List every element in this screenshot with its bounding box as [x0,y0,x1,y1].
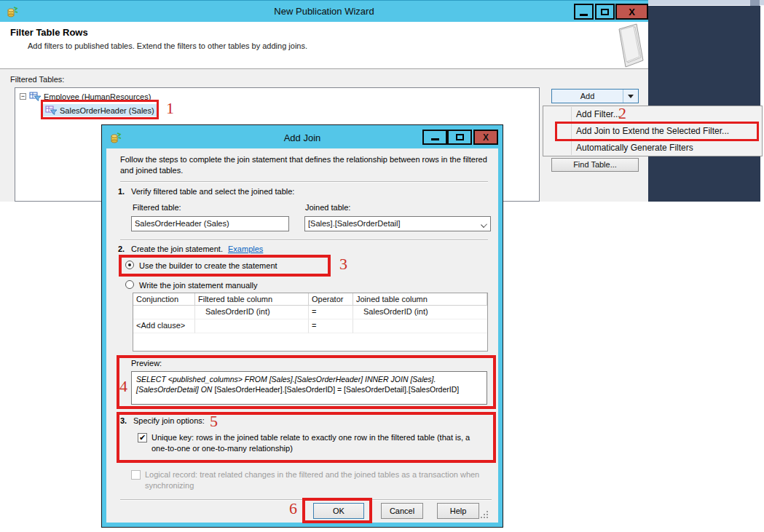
joined-table-select[interactable]: [Sales].[SalesOrderDetail] [304,216,491,231]
grid-row[interactable]: SalesOrderID (int) = SalesOrderID (int) [133,306,487,319]
examples-link[interactable]: Examples [228,245,263,253]
wizard-title: New Publication Wizard [0,1,648,23]
menu-item-auto-generate-filters[interactable]: Automatically Generate Filters [576,140,693,156]
filtered-table-field[interactable]: SalesOrderHeader (Sales) [131,216,289,231]
wizard-header: Filter Table Rows Add filters to publish… [0,22,648,69]
minimize-icon [431,138,439,140]
add-button-label[interactable]: Add [552,92,623,100]
database-sync-icon [109,132,122,144]
step2-number: 2. [118,245,125,253]
background-window-tab [750,0,760,6]
divider [120,239,488,241]
add-join-dialog: Add Join X Follow the steps to complete … [102,125,503,527]
filtered-table-label: Filtered table: [133,203,181,212]
background-window-strip [647,0,764,6]
menu-item-add-filter[interactable]: Add Filter... [576,106,621,123]
grid-header-joined-column: Joined table column [353,293,487,306]
page-subtitle: Add filters to published tables. Extend … [28,41,307,50]
join-clause-grid[interactable]: Conjunction Filtered table column Operat… [133,293,488,352]
resize-grip-icon[interactable] [481,511,488,518]
cancel-button[interactable]: Cancel [381,503,423,519]
tree-item-employee[interactable]: − Employee (HumanResources) [20,91,151,102]
step1-label: Verify filtered table and select the joi… [131,187,294,196]
grid-cell[interactable]: <Add clause> [133,319,195,333]
preview-sql-box: SELECT <published_columns> FROM [Sales].… [131,371,487,405]
preview-sql-plain: [SalesOrderHeader].[SalesOrderID] = [Sal… [214,385,459,394]
notebook-graphic [614,23,646,68]
dialog-titlebar[interactable]: Add Join X [106,130,498,148]
step1-number: 1. [118,187,125,196]
grid-cell[interactable] [195,319,309,333]
preview-label: Preview: [131,359,162,368]
chevron-down-icon[interactable] [481,221,487,228]
filtered-tables-label: Filtered Tables: [10,75,64,84]
grid-cell[interactable]: SalesOrderID (int) [353,306,487,319]
close-icon: X [483,132,489,143]
logical-record-checkbox [131,470,141,480]
grid-header-conjunction: Conjunction [133,293,195,306]
logical-record-label: Logical record: treat related changes in… [145,469,487,491]
divider [120,499,492,501]
desktop-background [647,6,760,202]
joined-table-label: Joined table: [305,203,350,212]
grid-cell[interactable] [353,319,487,333]
maximize-icon [601,9,609,15]
radio-use-builder[interactable] [125,261,134,269]
minimize-button[interactable] [422,130,447,145]
unique-key-checkbox[interactable]: ✔ [138,433,147,442]
dialog-intro-text: Follow the steps to complete the join st… [120,154,488,176]
grid-row[interactable]: <Add clause> = [133,319,487,333]
find-table-button[interactable]: Find Table... [551,158,639,172]
radio-use-builder-label[interactable]: Use the builder to create the statement [139,261,277,270]
tree-item-label[interactable]: Employee (HumanResources) [44,92,151,101]
collapse-minus-icon[interactable]: − [20,93,26,100]
divider [120,181,488,183]
maximize-icon [456,134,464,140]
grid-header-filtered-column: Filtered table column [195,293,309,306]
ok-button[interactable]: OK [313,503,364,519]
selected-tree-item[interactable]: SalesOrderHeader (Sales) [43,104,157,116]
split-divider [623,90,623,103]
wizard-titlebar[interactable]: New Publication Wizard X [0,0,648,22]
grid-header-operator: Operator [309,293,353,306]
step3-label: Specify join options: [133,416,205,425]
tree-item-salesorderheader[interactable]: SalesOrderHeader (Sales) [43,104,157,116]
joined-table-value: [Sales].[SalesOrderDetail] [308,219,401,228]
grid-cell[interactable] [133,306,195,319]
checkmark-icon: ✔ [139,433,146,442]
grid-cell[interactable]: = [309,319,353,333]
chevron-down-icon[interactable] [628,95,634,98]
unique-key-label[interactable]: Unique key: rows in the joined table rel… [151,432,481,454]
minimize-icon [580,14,588,16]
add-dropdown-menu: Add Filter... Add Join to Extend the Sel… [543,106,763,156]
filtered-table-join-icon [45,105,57,116]
grid-cell[interactable]: SalesOrderID (int) [195,306,309,319]
close-button[interactable]: X [615,4,648,20]
step2-label-text: Create the join statement. [131,245,223,253]
radio-write-manually-label[interactable]: Write the join statement manually [139,281,257,290]
maximize-button[interactable] [447,130,472,145]
help-button[interactable]: Help [437,503,479,519]
page-title: Filter Table Rows [10,27,88,38]
minimize-button[interactable] [574,4,594,20]
maximize-button[interactable] [595,4,615,20]
grid-cell[interactable]: = [309,306,353,319]
step3-number: 3. [120,416,127,425]
menu-item-add-join[interactable]: Add Join to Extend the Selected Filter..… [576,123,729,140]
menu-gutter-divider [571,107,572,155]
tree-item-label[interactable]: SalesOrderHeader (Sales) [60,106,154,115]
filtered-table-icon [29,91,41,102]
close-icon: X [629,7,635,17]
add-split-button[interactable]: Add [551,89,639,103]
close-button[interactable]: X [473,130,498,145]
radio-write-manually[interactable] [125,280,134,289]
find-table-label: Find Table... [573,160,617,169]
step2-label: Create the join statement. Examples [131,245,263,253]
database-sync-icon [6,6,18,18]
